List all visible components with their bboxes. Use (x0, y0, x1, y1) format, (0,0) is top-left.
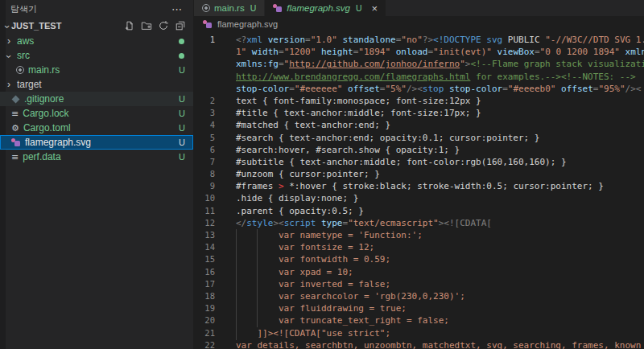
line-number: 13 (194, 229, 215, 241)
new-folder-icon[interactable] (141, 20, 152, 31)
line-number: 9 (194, 180, 215, 192)
gear-file-icon: ⚙ (11, 124, 19, 133)
code-text: #subtitle { text-anchor:middle; font-col… (236, 156, 567, 168)
line-number: 18 (194, 290, 215, 302)
tree-item-label: perf.data (23, 151, 60, 162)
code-line[interactable]: 1" width="1200" height="1894" onload="in… (194, 46, 644, 58)
editor-group: main.rsUflamegraph.svgU× flamegraph.svg … (194, 0, 644, 349)
code-line[interactable]: 11.parent { opacity:0.5; } (194, 205, 644, 217)
tree-item-Cargo.toml[interactable]: ⚙Cargo.tomlU (0, 121, 193, 135)
code-line[interactable]: 3#title { text-anchor:middle; font-size:… (194, 107, 644, 119)
code-line[interactable]: 22var details, searchbtn, unzoombtn, mat… (194, 339, 644, 349)
svg-file-icon (273, 3, 283, 13)
tree-item-label: aws (17, 35, 34, 47)
code-line[interactable]: stop-color="#eeeeee" offset="5%"/><stop … (194, 83, 644, 95)
code-line[interactable]: 20 var truncate_text_right = false; (194, 314, 644, 326)
explorer-toolbar (124, 20, 193, 31)
code-line[interactable]: 18 var searchcolor = 'rgb(230,0,230)'; (194, 290, 644, 302)
code-line[interactable]: 19 var fluiddrawing = true; (194, 302, 644, 314)
line-number: 19 (194, 302, 215, 314)
explorer-sidebar: 탐색기 ⋯ › JUST_TEST ›aws›srcmain.rsU›targe… (0, 0, 193, 349)
line-number: 10 (194, 192, 215, 204)
line-number: 7 (194, 156, 215, 168)
file-tree: ›aws›srcmain.rsU›target.gitignoreU≡Cargo… (0, 34, 193, 164)
code-text: #title { text-anchor:middle; font-size:1… (236, 107, 481, 119)
code-line[interactable]: 17 var inverted = false; (194, 278, 644, 290)
line-number: 4 (194, 119, 215, 131)
tree-item-perf.data[interactable]: ≡perf.dataU (0, 150, 193, 164)
tree-item-aws[interactable]: ›aws (0, 34, 193, 48)
code-line[interactable]: 7#subtitle { text-anchor:middle; font-co… (194, 156, 644, 168)
project-name: JUST_TEST (11, 21, 61, 31)
breadcrumb[interactable]: flamegraph.svg (194, 16, 644, 31)
line-number: 20 (194, 314, 215, 326)
code-line[interactable]: http://www.brendangregg.com/flamegraphs.… (194, 71, 644, 83)
project-section-header[interactable]: › JUST_TEST (0, 18, 193, 34)
code-line[interactable]: 10.hide { display:none; } (194, 192, 644, 204)
code-text: var truncate_text_right = false; (236, 314, 449, 326)
tree-item-Cargo.lock[interactable]: ≡Cargo.lockU (0, 106, 193, 121)
collapse-all-icon[interactable] (175, 20, 186, 31)
more-actions-icon[interactable]: ⋯ (171, 3, 183, 15)
tab-main.rs[interactable]: main.rsU (194, 0, 265, 16)
indent-guide (236, 229, 237, 340)
code-line[interactable]: 5#search { text-anchor:end; opacity:0.1;… (194, 132, 644, 144)
line-number: 21 (194, 327, 215, 339)
tab-flamegraph.svg[interactable]: flamegraph.svgU× (265, 0, 386, 16)
tree-item-label: target (17, 79, 42, 90)
rust-file-icon (16, 66, 24, 74)
code-text: #search:hover, #search.show { opacity:1;… (236, 144, 460, 156)
chevron-down-icon: › (2, 23, 13, 31)
code-line[interactable]: xmlns:fg="http://github.com/jonhoo/infer… (194, 58, 644, 70)
git-file-icon (12, 95, 20, 103)
svg-file-icon (203, 19, 213, 29)
code-line[interactable]: 15 var fontwidth = 0.59; (194, 253, 644, 265)
git-status-badge: U (179, 94, 185, 104)
chevron-down-icon: › (3, 52, 14, 60)
code-text: #matched { text-anchor:end; } (236, 119, 390, 131)
line-number: 16 (194, 266, 215, 278)
code-line[interactable]: 21 ]]><![CDATA["use strict"; (194, 327, 644, 339)
code-text: .parent { opacity:0.5; } (236, 205, 364, 217)
code-text: <?xml version="1.0" standalone="no"?><!D… (236, 34, 644, 46)
code-text: #unzoom { cursor:pointer; } (236, 168, 380, 180)
new-file-icon[interactable] (124, 20, 135, 31)
code-line[interactable]: 6#search:hover, #search.show { opacity:1… (194, 144, 644, 156)
explorer-title: 탐색기 (10, 3, 37, 15)
code-line[interactable]: 9#frames > *:hover { stroke:black; strok… (194, 180, 644, 192)
code-text: var searchcolor = 'rgb(230,0,230)'; (236, 290, 465, 302)
refresh-icon[interactable] (158, 20, 169, 31)
code-text: 1" width="1200" height="1894" onload="in… (236, 46, 644, 58)
tree-item-label: .gitignore (24, 93, 64, 105)
line-number: 6 (194, 144, 215, 156)
line-number: 12 (194, 217, 215, 229)
code-line[interactable]: 1<?xml version="1.0" standalone="no"?><!… (194, 34, 644, 46)
line-number: 1 (194, 34, 215, 46)
close-icon[interactable]: × (372, 3, 378, 14)
code-editor[interactable]: 1<?xml version="1.0" standalone="no"?><!… (194, 32, 644, 349)
tree-item-.gitignore[interactable]: .gitignoreU (0, 92, 193, 106)
line-number: 17 (194, 278, 215, 290)
line-number (194, 83, 215, 95)
indent-guide (257, 229, 258, 327)
line-number (194, 46, 215, 58)
code-line[interactable]: 8#unzoom { cursor:pointer; } (194, 168, 644, 180)
line-number (194, 58, 215, 70)
tree-item-main.rs[interactable]: main.rsU (0, 63, 193, 77)
code-line[interactable]: 13 var nametype = 'Function:'; (194, 229, 644, 241)
code-line[interactable]: 12</style><script type="text/ecmascript"… (194, 217, 644, 229)
svg-file-icon (11, 138, 21, 147)
tree-item-target[interactable]: ›target (0, 77, 193, 92)
tree-item-flamegraph.svg[interactable]: flamegraph.svgU (0, 135, 193, 150)
code-line[interactable]: 14 var fontsize = 12; (194, 241, 644, 253)
rust-file-icon (202, 4, 210, 12)
code-line[interactable]: 16 var xpad = 10; (194, 266, 644, 278)
tree-item-label: flamegraph.svg (25, 137, 91, 148)
code-line[interactable]: 4#matched { text-anchor:end; } (194, 119, 644, 131)
vscode-window: 탐색기 ⋯ › JUST_TEST ›aws›srcmain.rsU›targe… (0, 0, 644, 349)
code-text: text { font-family:monospace; font-size:… (236, 95, 481, 107)
code-text: #search { text-anchor:end; opacity:0.1; … (236, 132, 540, 144)
tree-item-src[interactable]: ›src (0, 48, 193, 63)
code-line[interactable]: 2text { font-family:monospace; font-size… (194, 95, 644, 107)
line-number: 22 (194, 339, 215, 349)
